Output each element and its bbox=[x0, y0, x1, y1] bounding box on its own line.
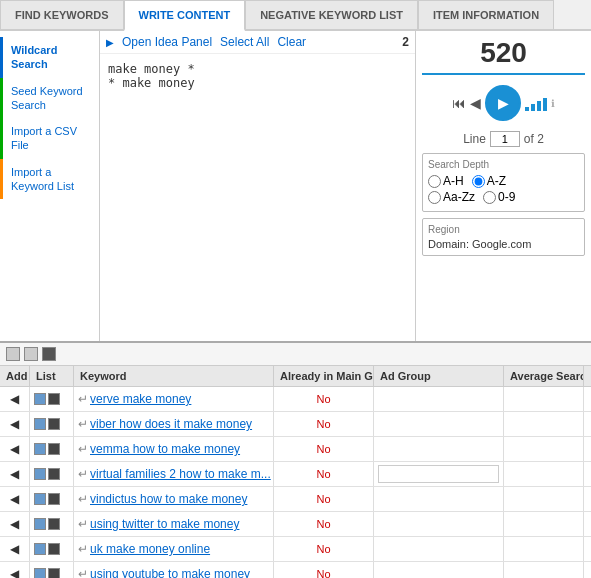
row-adgroup-cell bbox=[374, 487, 504, 511]
line-input[interactable] bbox=[490, 131, 520, 147]
row-checkbox-dark[interactable] bbox=[48, 418, 60, 430]
row-list-cell bbox=[30, 512, 74, 536]
row-avg-cell bbox=[504, 562, 584, 578]
header-already: Already in Main Grid? bbox=[274, 366, 374, 386]
row-checkbox-blue[interactable] bbox=[34, 518, 46, 530]
keyword-textarea[interactable]: make money * * make money bbox=[100, 54, 415, 341]
tab-negative-keyword[interactable]: NEGATIVE KEYWORD LIST bbox=[245, 0, 418, 29]
keyword-link[interactable]: vindictus how to make money bbox=[90, 492, 247, 506]
row-checkbox-blue[interactable] bbox=[34, 543, 46, 555]
keyword-link[interactable]: viber how does it make money bbox=[90, 417, 252, 431]
grid-ctrl-btn-1[interactable] bbox=[6, 347, 20, 361]
right-panel: 520 ⏮ ◀ ▶ ℹ Line of 2 Search Depth A-H bbox=[416, 31, 591, 341]
line-of-text: of 2 bbox=[524, 132, 544, 146]
radio-az[interactable]: A-Z bbox=[472, 174, 506, 188]
table-row: ◀ ↵ using youtube to make money No bbox=[0, 562, 591, 578]
row-checkbox-blue[interactable] bbox=[34, 393, 46, 405]
row-checkbox-dark[interactable] bbox=[48, 393, 60, 405]
row-keyword-cell: ↵ uk make money online bbox=[74, 537, 274, 561]
center-toolbar: ▶ Open Idea Panel Select All Clear 2 bbox=[100, 31, 415, 54]
row-add-button[interactable]: ◀ bbox=[10, 392, 19, 406]
radio-09[interactable]: 0-9 bbox=[483, 190, 515, 204]
sidebar-item-import-keyword[interactable]: Import a Keyword List bbox=[0, 159, 99, 200]
table-row: ◀ ↵ virtual families 2 how to make m... … bbox=[0, 462, 591, 487]
row-checkbox-blue[interactable] bbox=[34, 443, 46, 455]
sidebar-item-seed-keyword[interactable]: Seed Keyword Search bbox=[0, 78, 99, 119]
region-box: Region Domain: Google.com bbox=[422, 218, 585, 256]
play-button[interactable]: ▶ bbox=[485, 85, 521, 121]
row-add-cell: ◀ bbox=[0, 387, 30, 411]
keyword-link[interactable]: vemma how to make money bbox=[90, 442, 240, 456]
row-avg-cell bbox=[504, 462, 584, 486]
row-add-button[interactable]: ◀ bbox=[10, 567, 19, 578]
row-add-button[interactable]: ◀ bbox=[10, 492, 19, 506]
row-checkbox-dark[interactable] bbox=[48, 518, 60, 530]
center-panel: ▶ Open Idea Panel Select All Clear 2 mak… bbox=[100, 31, 416, 341]
sidebar-item-wildcard[interactable]: Wildcard Search bbox=[0, 37, 99, 78]
sidebar: Wildcard Search Seed Keyword Search Impo… bbox=[0, 31, 100, 341]
tab-write-content[interactable]: WRITE CONTENT bbox=[124, 0, 246, 31]
radio-09-input[interactable] bbox=[483, 191, 496, 204]
row-adgroup-cell bbox=[374, 537, 504, 561]
row-adgroup-cell bbox=[374, 512, 504, 536]
row-checkboxes bbox=[34, 568, 60, 578]
tab-item-information[interactable]: ITEM INFORMATION bbox=[418, 0, 554, 29]
region-title: Region bbox=[428, 224, 579, 235]
keyword-link[interactable]: using twitter to make money bbox=[90, 517, 239, 531]
select-all-link[interactable]: Select All bbox=[220, 35, 269, 49]
row-add-button[interactable]: ◀ bbox=[10, 517, 19, 531]
signal-bar-2 bbox=[531, 104, 535, 111]
row-checkbox-blue[interactable] bbox=[34, 568, 46, 578]
row-avg-cell bbox=[504, 437, 584, 461]
row-checkbox-dark[interactable] bbox=[48, 568, 60, 578]
row-adgroup-cell bbox=[374, 437, 504, 461]
row-add-cell: ◀ bbox=[0, 537, 30, 561]
row-already-cell: No bbox=[274, 537, 374, 561]
row-avg-cell bbox=[504, 512, 584, 536]
tab-find-keywords[interactable]: FIND KEYWORDS bbox=[0, 0, 124, 29]
row-add-button[interactable]: ◀ bbox=[10, 542, 19, 556]
keyword-indent-icon: ↵ bbox=[78, 492, 88, 506]
header-list: List bbox=[30, 366, 74, 386]
radio-aazz[interactable]: Aa-Zz bbox=[428, 190, 475, 204]
row-checkbox-dark[interactable] bbox=[48, 543, 60, 555]
row-add-button[interactable]: ◀ bbox=[10, 442, 19, 456]
prev-button[interactable]: ◀ bbox=[470, 95, 481, 111]
radio-ah-input[interactable] bbox=[428, 175, 441, 188]
table-row: ◀ ↵ uk make money online No bbox=[0, 537, 591, 562]
radio-aazz-input[interactable] bbox=[428, 191, 441, 204]
open-idea-panel-link[interactable]: Open Idea Panel bbox=[122, 35, 212, 49]
header-keyword: Keyword bbox=[74, 366, 274, 386]
keyword-link[interactable]: verve make money bbox=[90, 392, 191, 406]
keyword-indent-icon: ↵ bbox=[78, 442, 88, 456]
row-checkbox-dark[interactable] bbox=[48, 443, 60, 455]
keyword-link[interactable]: using youtube to make money bbox=[90, 567, 250, 578]
sidebar-item-import-csv[interactable]: Import a CSV File bbox=[0, 118, 99, 159]
header-adgroup: Ad Group bbox=[374, 366, 504, 386]
clear-link[interactable]: Clear bbox=[277, 35, 306, 49]
signal-bar-4 bbox=[543, 98, 547, 111]
grid-ctrl-btn-2[interactable] bbox=[24, 347, 38, 361]
keyword-indent-icon: ↵ bbox=[78, 567, 88, 578]
keyword-indent-icon: ↵ bbox=[78, 542, 88, 556]
main-layout: Wildcard Search Seed Keyword Search Impo… bbox=[0, 31, 591, 341]
search-depth-box: Search Depth A-H A-Z Aa-Zz 0-9 bbox=[422, 153, 585, 212]
grid-ctrl-btn-3[interactable] bbox=[42, 347, 56, 361]
radio-az-input[interactable] bbox=[472, 175, 485, 188]
row-checkbox-blue[interactable] bbox=[34, 493, 46, 505]
keyword-link[interactable]: uk make money online bbox=[90, 542, 210, 556]
adgroup-input[interactable] bbox=[378, 465, 499, 483]
keyword-link[interactable]: virtual families 2 how to make m... bbox=[90, 467, 271, 481]
row-checkbox-dark[interactable] bbox=[48, 468, 60, 480]
row-add-cell: ◀ bbox=[0, 462, 30, 486]
row-add-cell: ◀ bbox=[0, 437, 30, 461]
row-checkbox-blue[interactable] bbox=[34, 468, 46, 480]
row-keyword-cell: ↵ viber how does it make money bbox=[74, 412, 274, 436]
radio-ah[interactable]: A-H bbox=[428, 174, 464, 188]
row-checkbox-blue[interactable] bbox=[34, 418, 46, 430]
row-checkbox-dark[interactable] bbox=[48, 493, 60, 505]
row-add-button[interactable]: ◀ bbox=[10, 417, 19, 431]
skip-back-button[interactable]: ⏮ bbox=[452, 95, 466, 111]
row-checkboxes bbox=[34, 443, 60, 455]
row-add-button[interactable]: ◀ bbox=[10, 467, 19, 481]
